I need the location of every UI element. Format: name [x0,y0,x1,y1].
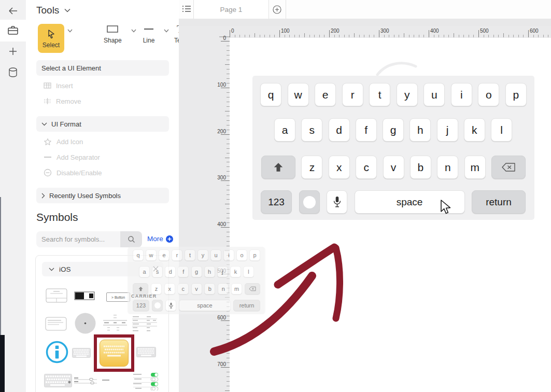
chevron-right-icon [41,193,45,199]
ghost-key: c [178,283,189,295]
add-page-button[interactable] [0,40,26,62]
insert-table-icon [44,82,51,89]
insert-action[interactable]: Insert [44,80,73,91]
symbol-switch-list[interactable] [132,373,159,390]
recently-used-header[interactable]: Recently Used Symbols [36,188,169,203]
remove-action[interactable]: Remove [44,96,81,106]
keyboard-symbol[interactable]: q w e r t y u i o p a s d f g h j k l [252,76,534,220]
key-d: d [329,118,350,142]
mic-key [327,190,347,214]
tab-page-1[interactable]: Page 1 [193,0,269,19]
symbol-info-badge[interactable] [46,341,68,363]
key-m: m [464,156,486,179]
canvas-viewport[interactable]: 0100200300400500600 01002003004005006007… [179,26,551,392]
ghost-key: x [164,283,175,295]
database-button[interactable] [0,62,26,83]
add-icon-action[interactable]: Add Icon [44,136,83,147]
new-page-button[interactable] [268,0,286,19]
tab-page-1-label: Page 1 [220,6,243,13]
plus-circle-icon [166,235,173,243]
ghost-key: v [191,283,202,295]
symbol-picker-table[interactable] [102,314,128,332]
panel-title[interactable]: Tools [36,5,70,16]
tool-select[interactable]: Select [38,24,64,53]
back-button[interactable] [0,0,26,22]
chevron-down-icon [64,8,70,12]
ghost-key: t [185,249,195,261]
cursor-icon [46,29,56,40]
rail-dark-block [0,335,5,392]
more-symbols-link[interactable]: More [147,235,173,243]
recently-used-label: Recently Used Symbols [49,192,121,200]
ghost-key: d [165,266,176,277]
key-k: k [464,118,485,142]
emoji-circle-icon [303,196,316,208]
line-icon [143,24,155,34]
ghost-key: h [204,266,215,277]
key-h: h [409,118,431,142]
add-icon-label: Add Icon [56,138,83,146]
keyboard-highlighted-thumb [100,340,128,366]
key-t: t [369,83,390,106]
tools-panel: Tools Select Shape [26,0,179,392]
ghost-row-4: 123 space return [133,300,260,311]
keyboard-row-4: 123 space return [261,190,526,214]
key-x: x [329,156,350,179]
toolbox-button[interactable] [0,20,26,41]
ghost-backspace-key [245,283,260,295]
symbol-slider[interactable] [74,377,98,384]
left-rail [0,0,26,392]
disable-enable-action[interactable]: Disable/Enable [44,167,102,178]
return-key: return [472,190,526,214]
key-o: o [478,83,499,106]
symbol-separator[interactable] [102,379,109,381]
tab-bar: Page 1 [179,0,551,19]
symbol-keyboard-2[interactable] [44,374,72,387]
pages-list-button[interactable] [181,4,192,16]
symbol-search-input[interactable] [36,231,120,247]
ghost-key: r [172,249,182,261]
search-button[interactable] [120,231,142,247]
ghost-key: j [217,266,228,277]
tool-shape[interactable]: Shape [104,24,122,44]
symbol-keyboard-wide[interactable] [136,347,156,357]
add-separator-action[interactable]: Add Separator [44,152,100,162]
ui-format-header[interactable]: UI Format [36,116,169,132]
add-separator-label: Add Separator [56,153,100,161]
toolbox-icon [7,25,19,36]
keyboard-thumb [72,348,91,358]
key-l: l [491,118,512,142]
shape-dropdown-icon[interactable] [131,29,136,33]
select-ui-element-header: Select a UI Element [36,60,169,76]
remove-label: Remove [56,97,81,105]
symbol-text-area[interactable] [45,317,67,331]
ghost-key: q [133,249,144,261]
disable-enable-label: Disable/Enable [56,169,102,177]
ghost-row-3: z x c v b n m [133,283,260,295]
panel-title-label: Tools [36,5,59,16]
symbol-circle[interactable] [75,313,96,334]
ghost-key: z [151,283,162,295]
symbol-keyboard[interactable] [72,348,91,358]
ghost-key: i [223,249,234,261]
keyboard-2-thumb [44,374,72,387]
select-dropdown-icon[interactable] [67,29,73,33]
symbol-list-table[interactable] [131,315,158,332]
symbol-alert-dialog[interactable] [46,288,67,303]
ui-format-label: UI Format [51,120,81,128]
plus-icon [8,46,18,57]
ghost-key: a [139,266,150,277]
symbol-button[interactable]: > Button [106,292,130,302]
line-dropdown-icon[interactable] [164,29,169,33]
symbol-keyboard-highlighted[interactable] [100,340,129,367]
key-q: q [260,83,281,106]
separator-icon [44,156,52,159]
ghost-key: k [230,266,241,277]
button-thumb-label: > Button [111,296,125,299]
symbol-progress-toggle[interactable] [74,291,95,300]
tool-row: Select Shape Line [36,23,172,54]
star-icon [44,138,52,146]
shift-key [261,156,295,179]
tool-line[interactable]: Line [143,24,155,44]
insert-label: Insert [56,82,73,90]
